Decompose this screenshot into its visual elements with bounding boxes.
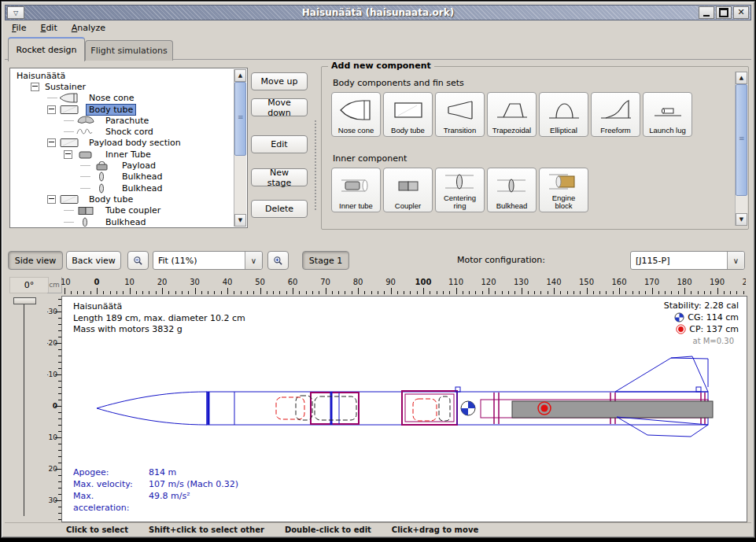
add-trapezoidal-button[interactable]: Trapezoidal xyxy=(487,92,537,137)
zoom-level-combo[interactable]: Fit (11%) ∨ xyxy=(153,251,263,270)
max-velocity-value: 107 m/s (Mach 0.32) xyxy=(149,478,238,490)
bulkheaddisc-icon xyxy=(492,169,531,202)
tree-scrollbar[interactable]: ▲ ▼ xyxy=(234,69,246,227)
delete-button[interactable]: Delete xyxy=(251,200,308,218)
add-freeform-button[interactable]: Freeform xyxy=(591,92,640,137)
menu-item[interactable]: File xyxy=(5,21,33,35)
tree-item[interactable]: Payload xyxy=(11,160,234,171)
motor-config-combo[interactable]: [J115-P] ∨ xyxy=(630,251,745,270)
tree-item[interactable]: Inner Tube xyxy=(11,149,234,160)
expander-icon[interactable] xyxy=(47,195,56,204)
ruler-tick xyxy=(97,288,98,294)
nose-cone-outline[interactable] xyxy=(97,392,207,425)
zoom-out-button[interactable] xyxy=(127,251,149,270)
component-scrollbar[interactable]: ▲ ▼ xyxy=(735,72,747,226)
expander-icon[interactable] xyxy=(64,150,72,159)
tab-flight-simulations[interactable]: Flight simulations xyxy=(85,40,173,61)
component-button-label: Inner tube xyxy=(339,202,373,210)
fin-lower-outline[interactable] xyxy=(617,417,708,437)
ruler-tick xyxy=(684,288,685,294)
ruler-tick xyxy=(299,291,300,294)
add-bodytube-button[interactable]: Body tube xyxy=(383,92,433,137)
rotation-slider[interactable] xyxy=(24,302,24,516)
scrollbar-thumb[interactable] xyxy=(736,84,747,196)
tree-connector xyxy=(80,176,90,177)
add-transition-button[interactable]: Transition xyxy=(435,92,485,137)
parachute-icon xyxy=(76,116,99,126)
tab-rocket-design[interactable]: Rocket design xyxy=(8,37,85,61)
tree-item[interactable]: Bulkhead xyxy=(11,216,234,227)
maximize-button[interactable] xyxy=(716,6,732,19)
tree-item[interactable]: Sustainer xyxy=(11,81,234,92)
scroll-down-icon[interactable]: ▼ xyxy=(234,214,246,227)
zoom-in-button[interactable] xyxy=(267,251,289,270)
scroll-down-icon[interactable]: ▼ xyxy=(736,213,747,226)
scrollbar-thumb[interactable] xyxy=(234,82,246,156)
motor-config-value: [J115-P] xyxy=(631,256,727,266)
tree-item-label: Inner Tube xyxy=(103,149,153,160)
tree-item[interactable]: Body tube xyxy=(11,194,234,205)
back-view-button[interactable]: Back view xyxy=(66,251,121,270)
ruler-label: 30 xyxy=(190,278,200,286)
rotation-slider-handle[interactable] xyxy=(13,297,36,304)
tree-item[interactable]: Parachute xyxy=(11,115,234,126)
add-nosecone-button[interactable]: Nose cone xyxy=(331,92,381,137)
tree-item[interactable]: Bulkhead xyxy=(11,171,234,183)
add-engineblock-button[interactable]: Engine block xyxy=(539,168,588,212)
tree-item-label: Shock cord xyxy=(103,127,156,137)
add-elliptical-button[interactable]: Elliptical xyxy=(539,92,588,137)
tree-item[interactable]: Nose cone xyxy=(11,93,234,104)
tree-item[interactable]: Payload body section xyxy=(11,138,234,149)
ruler-tick xyxy=(65,288,65,294)
launchlug-icon xyxy=(648,94,687,127)
add-centeringring-button[interactable]: Centering ring xyxy=(435,168,485,212)
new-stage-button[interactable]: New stage xyxy=(251,168,308,186)
title-bar[interactable]: ▽ Haisunäätä (haisunaata.ork) ✕ xyxy=(5,5,751,20)
tree-item-label: Haisunäätä xyxy=(14,71,68,81)
scroll-up-icon[interactable]: ▲ xyxy=(234,69,246,82)
rocket-length: Length 189 cm, max. diameter 10.2 cm xyxy=(73,313,245,325)
tree-item[interactable]: Tube coupler xyxy=(11,205,234,216)
ruler-tick xyxy=(116,291,117,294)
tree-rows: Haisunäätä Sustainer Nose cone xyxy=(11,69,234,227)
tree-item[interactable]: Shock cord xyxy=(11,126,234,137)
ruler-label: 40 xyxy=(223,278,233,286)
move-up-button[interactable]: Move up xyxy=(251,72,308,90)
tree-item-label: Tube coupler xyxy=(103,205,163,216)
tree-item[interactable]: Bulkhead xyxy=(11,183,234,194)
menu-item[interactable]: Analyze xyxy=(65,21,112,35)
move-down-button[interactable]: Move down xyxy=(251,98,308,116)
scroll-up-icon[interactable]: ▲ xyxy=(736,72,747,84)
add-bulkheaddisc-button[interactable]: Bulkhead xyxy=(487,168,537,212)
close-button[interactable]: ✕ xyxy=(733,6,749,19)
expander-icon[interactable] xyxy=(31,83,39,91)
ruler-label: 0 xyxy=(94,278,100,286)
split-divider-grip[interactable] xyxy=(314,120,318,210)
edit-button[interactable]: Edit xyxy=(251,135,308,153)
ruler-tick xyxy=(665,291,666,294)
menu-item[interactable]: Edit xyxy=(33,21,64,35)
launch-lug-outline[interactable] xyxy=(696,387,701,392)
coupler-icon xyxy=(389,169,427,202)
tree-connector xyxy=(80,165,90,166)
fin-upper-outline[interactable] xyxy=(615,356,708,392)
ruler-tick xyxy=(208,291,208,294)
ruler-tick xyxy=(241,291,242,294)
side-view-button[interactable]: Side view xyxy=(8,251,63,270)
mach-condition: at M=0.30 xyxy=(664,335,739,347)
tree-item[interactable]: Body tube xyxy=(11,104,234,115)
stage-1-button[interactable]: Stage 1 xyxy=(302,251,349,270)
tree-item[interactable]: Haisunäätä xyxy=(11,70,234,81)
expander-icon[interactable] xyxy=(47,105,56,114)
add-coupler-button[interactable]: Coupler xyxy=(383,168,433,212)
rocket-canvas[interactable]: Haisunäätä Length 189 cm, max. diameter … xyxy=(61,296,747,522)
expander-icon[interactable] xyxy=(47,138,56,147)
add-launchlug-button[interactable]: Launch lug xyxy=(643,92,692,137)
ruler-tick xyxy=(514,291,515,294)
ruler-tick xyxy=(645,291,646,294)
ruler-tick xyxy=(312,291,313,294)
add-innertube-button[interactable]: Inner tube xyxy=(331,168,381,212)
minimize-button[interactable] xyxy=(699,6,714,19)
tree-connector xyxy=(80,188,90,189)
parachute-outline[interactable] xyxy=(276,397,304,419)
